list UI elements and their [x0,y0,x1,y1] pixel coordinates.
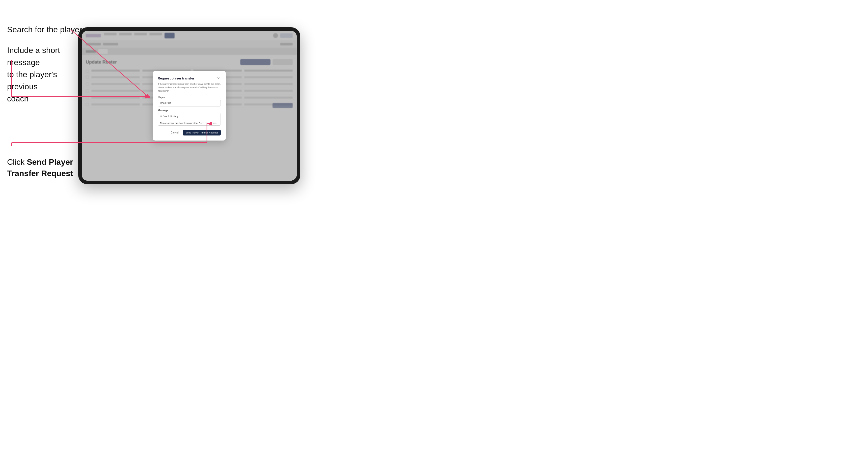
modal-title: Request player transfer [158,76,194,80]
cancel-button[interactable]: Cancel [169,130,181,135]
modal-close-button[interactable]: ✕ [216,76,221,81]
modal-header: Request player transfer ✕ [158,76,221,81]
modal-overlay: Request player transfer ✕ If the player … [82,31,297,181]
player-input[interactable] [158,100,221,106]
send-transfer-request-button[interactable]: Send Player Transfer Request [183,130,221,135]
annotation-search: Search for the player. [7,24,84,35]
annotation-click: Click Send PlayerTransfer Request [7,156,73,179]
message-label: Message [158,109,221,112]
modal-description: If the player is transferring from anoth… [158,83,221,93]
tablet-device: Update Roster [78,27,300,184]
player-label: Player [158,96,221,99]
modal-footer: Cancel Send Player Transfer Request [158,130,221,135]
app-background: Update Roster [82,31,297,181]
transfer-request-modal: Request player transfer ✕ If the player … [153,71,226,141]
tablet-screen: Update Roster [82,31,297,181]
annotation-search-text: Search for the player. [7,25,84,34]
annotation-message: Include a short messageto the player's p… [7,44,78,105]
message-textarea[interactable]: Hi Coach McHarg, Please accept this tran… [158,113,221,126]
